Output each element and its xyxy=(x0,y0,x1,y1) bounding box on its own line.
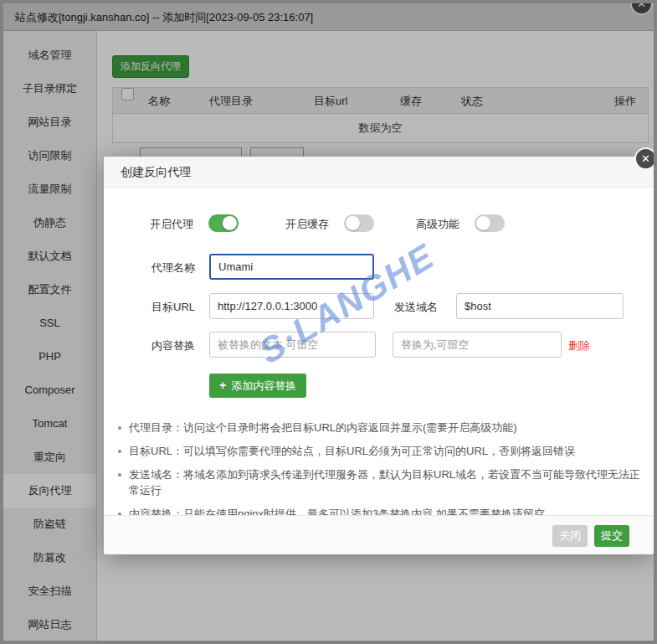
close-button[interactable]: 关闭 xyxy=(552,525,588,547)
tip-target-url: 目标URL：可以填写你需要代理的站点，目标URL必须为可正常访问的URL，否则将… xyxy=(115,443,640,459)
toggle-knob xyxy=(223,216,237,230)
send-domain-input[interactable] xyxy=(456,293,624,319)
tip-send-domain: 发送域名：将域名添加到请求头传递到代理服务器，默认为目标URL域名，若设置不当可… xyxy=(115,466,640,498)
send-domain-label: 发送域名 xyxy=(394,300,438,315)
enable-proxy-toggle[interactable] xyxy=(208,214,239,232)
add-content-replace-button[interactable]: +添加内容替换 xyxy=(209,374,306,398)
enable-proxy-label: 开启代理 xyxy=(150,217,193,232)
site-modify-window: 站点修改[tongji.kanshan.co] -- 添加时间[2023-09-… xyxy=(0,0,657,644)
target-url-label: 目标URL xyxy=(151,300,195,315)
modal-title: 创建反向代理 xyxy=(121,165,191,178)
plus-icon: + xyxy=(219,379,226,392)
advanced-feature-toggle[interactable] xyxy=(475,214,505,232)
proxy-name-label: 代理名称 xyxy=(151,260,195,276)
modal-close-icon[interactable]: ✕ xyxy=(634,147,657,170)
help-tips: 代理目录：访问这个目录时将会把目标URL的内容返回并显示(需要开启高级功能) 目… xyxy=(115,420,640,529)
modal-footer: 关闭 提交 xyxy=(104,515,654,554)
replace-from-input[interactable] xyxy=(209,332,376,358)
target-url-input[interactable] xyxy=(209,293,374,319)
add-replace-label: 添加内容替换 xyxy=(231,379,296,392)
content-replace-label: 内容替换 xyxy=(151,338,195,353)
replace-to-input[interactable] xyxy=(393,332,562,358)
delete-replace-link[interactable]: 删除 xyxy=(568,338,590,353)
proxy-name-input[interactable] xyxy=(209,254,374,280)
toggle-knob xyxy=(476,216,490,230)
tip-proxy-dir: 代理目录：访问这个目录时将会把目标URL的内容返回并显示(需要开启高级功能) xyxy=(115,420,640,435)
modal-header: 创建反向代理 xyxy=(104,157,654,188)
create-reverse-proxy-modal: 创建反向代理 ✕ 开启代理 开启缓存 高级功能 代理名称 目标URL 发送域名 … xyxy=(104,157,654,554)
toggle-knob xyxy=(346,216,360,230)
enable-cache-label: 开启缓存 xyxy=(285,217,329,232)
advanced-feature-label: 高级功能 xyxy=(416,217,459,232)
enable-cache-toggle[interactable] xyxy=(344,214,374,232)
submit-button[interactable]: 提交 xyxy=(594,525,629,547)
